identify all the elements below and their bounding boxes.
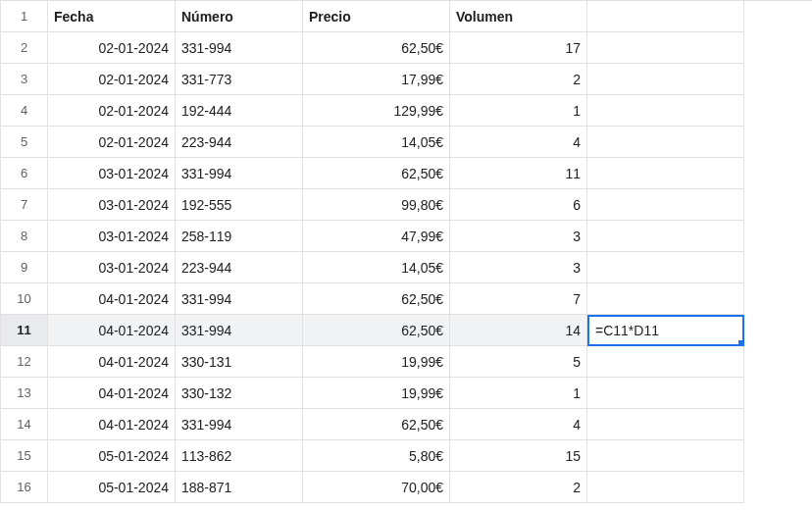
cell-precio[interactable]: 19,99€ <box>303 378 450 409</box>
empty-cell[interactable] <box>587 440 744 472</box>
cell-precio[interactable]: 19,99€ <box>303 346 450 378</box>
empty-cell[interactable] <box>587 189 744 221</box>
cell-volumen[interactable]: 1 <box>450 378 587 409</box>
column-header-precio[interactable]: Precio <box>303 1 450 32</box>
cell-numero[interactable]: 331-773 <box>176 64 303 95</box>
row-number[interactable]: 14 <box>1 409 48 440</box>
row-number[interactable]: 7 <box>1 189 48 221</box>
cell-fecha[interactable]: 03-01-2024 <box>48 221 176 252</box>
row-number[interactable]: 4 <box>1 95 48 127</box>
cell-numero[interactable]: 188-871 <box>176 472 303 503</box>
cell-fecha[interactable]: 03-01-2024 <box>48 252 176 283</box>
empty-cell[interactable] <box>587 472 744 503</box>
cell-fecha[interactable]: 04-01-2024 <box>48 283 176 315</box>
cell-precio[interactable]: 62,50€ <box>303 409 450 440</box>
cell-volumen[interactable]: 4 <box>450 409 587 440</box>
cell-fecha[interactable]: 03-01-2024 <box>48 189 176 221</box>
cell-fecha[interactable]: 04-01-2024 <box>48 409 176 440</box>
empty-cell[interactable] <box>587 283 744 315</box>
column-header-fecha[interactable]: Fecha <box>48 1 176 32</box>
spreadsheet-grid[interactable]: 1 Fecha Número Precio Volumen 2 02-01-20… <box>0 0 812 503</box>
cell-volumen[interactable]: 7 <box>450 283 587 315</box>
row-number[interactable]: 9 <box>1 252 48 283</box>
column-header-numero[interactable]: Número <box>176 1 303 32</box>
cell-fecha[interactable]: 04-01-2024 <box>48 346 176 378</box>
cell-fecha[interactable]: 04-01-2024 <box>48 378 176 409</box>
cell-volumen[interactable]: 15 <box>450 440 587 472</box>
row-number[interactable]: 10 <box>1 283 48 315</box>
empty-cell[interactable] <box>587 252 744 283</box>
row-number-selected[interactable]: 11 <box>1 315 48 346</box>
row-number[interactable]: 3 <box>1 64 48 95</box>
cell-precio[interactable]: 5,80€ <box>303 440 450 472</box>
cell-volumen[interactable]: 3 <box>450 252 587 283</box>
cell-numero[interactable]: 331-994 <box>176 158 303 189</box>
cell-volumen[interactable]: 17 <box>450 32 587 64</box>
cell-fecha[interactable]: 03-01-2024 <box>48 158 176 189</box>
cell-precio[interactable]: 62,50€ <box>303 32 450 64</box>
cell-volumen[interactable]: 6 <box>450 189 587 221</box>
cell-precio[interactable]: 62,50€ <box>303 158 450 189</box>
cell-numero[interactable]: 331-994 <box>176 409 303 440</box>
cell-precio[interactable]: 129,99€ <box>303 95 450 127</box>
cell-precio[interactable]: 14,05€ <box>303 252 450 283</box>
cell-fecha[interactable]: 05-01-2024 <box>48 472 176 503</box>
cell-numero[interactable]: 331-994 <box>176 32 303 64</box>
cell-numero[interactable]: 223-944 <box>176 127 303 158</box>
row-number[interactable]: 13 <box>1 378 48 409</box>
cell-volumen[interactable]: 3 <box>450 221 587 252</box>
cell-fecha[interactable]: 02-01-2024 <box>48 95 176 127</box>
formula-cell-active[interactable]: =C11*D11 <box>587 315 744 346</box>
cell-volumen[interactable]: 14 <box>450 315 587 346</box>
empty-cell[interactable] <box>587 95 744 127</box>
cell-fecha[interactable]: 04-01-2024 <box>48 315 176 346</box>
row-number[interactable]: 1 <box>1 1 48 32</box>
cell-numero[interactable]: 223-944 <box>176 252 303 283</box>
cell-volumen[interactable]: 1 <box>450 95 587 127</box>
cell-volumen[interactable]: 5 <box>450 346 587 378</box>
cell-numero[interactable]: 113-862 <box>176 440 303 472</box>
cell-numero[interactable]: 330-132 <box>176 378 303 409</box>
cell-fecha[interactable]: 02-01-2024 <box>48 32 176 64</box>
cell-precio[interactable]: 14,05€ <box>303 127 450 158</box>
empty-cell[interactable] <box>587 32 744 64</box>
empty-cell[interactable] <box>587 221 744 252</box>
row-number[interactable]: 12 <box>1 346 48 378</box>
row-number[interactable]: 16 <box>1 472 48 503</box>
cell-precio[interactable]: 47,99€ <box>303 221 450 252</box>
empty-cell[interactable] <box>587 346 744 378</box>
cell-precio[interactable]: 62,50€ <box>303 283 450 315</box>
cell-numero[interactable]: 331-994 <box>176 283 303 315</box>
empty-cell[interactable] <box>587 409 744 440</box>
empty-cell[interactable] <box>587 1 744 32</box>
cell-numero[interactable]: 331-994 <box>176 315 303 346</box>
empty-cell[interactable] <box>587 64 744 95</box>
row-number[interactable]: 15 <box>1 440 48 472</box>
row-number[interactable]: 8 <box>1 221 48 252</box>
cell-volumen[interactable]: 4 <box>450 127 587 158</box>
cell-numero[interactable]: 192-444 <box>176 95 303 127</box>
cell-precio[interactable]: 17,99€ <box>303 64 450 95</box>
column-header-volumen[interactable]: Volumen <box>450 1 587 32</box>
row-number[interactable]: 2 <box>1 32 48 64</box>
cell-fecha[interactable]: 02-01-2024 <box>48 64 176 95</box>
cell-volumen[interactable]: 2 <box>450 64 587 95</box>
cell-numero[interactable]: 258-119 <box>176 221 303 252</box>
cell-numero[interactable]: 330-131 <box>176 346 303 378</box>
row-number[interactable]: 6 <box>1 158 48 189</box>
cell-numero[interactable]: 192-555 <box>176 189 303 221</box>
cell-precio[interactable]: 70,00€ <box>303 472 450 503</box>
empty-cell[interactable] <box>587 127 744 158</box>
cell-volumen[interactable]: 2 <box>450 472 587 503</box>
cell-fecha[interactable]: 02-01-2024 <box>48 127 176 158</box>
cell-precio[interactable]: 62,50€ <box>303 315 450 346</box>
cell-precio[interactable]: 99,80€ <box>303 189 450 221</box>
empty-cell[interactable] <box>587 378 744 409</box>
empty-cell[interactable] <box>587 158 744 189</box>
cell-fecha[interactable]: 05-01-2024 <box>48 440 176 472</box>
row-number[interactable]: 5 <box>1 127 48 158</box>
cell-volumen[interactable]: 11 <box>450 158 587 189</box>
